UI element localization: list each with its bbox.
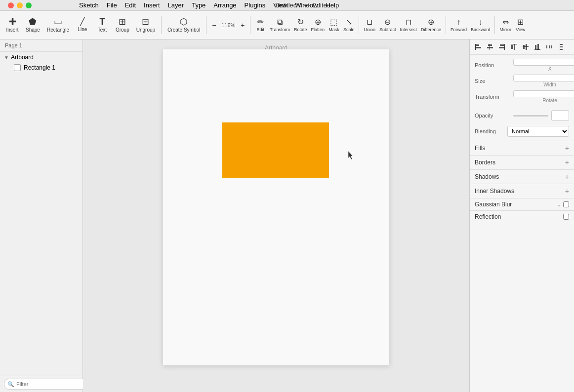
shadows-section-header[interactable]: Shadows + bbox=[470, 169, 574, 184]
transform-row: Transform Rotate ⇔ ⇕ Flip bbox=[475, 90, 569, 103]
insert-button[interactable]: ✚ Insert bbox=[3, 15, 22, 35]
forward-label: Forward bbox=[451, 27, 467, 32]
edit-icon: ✏ bbox=[257, 18, 264, 26]
menu-layer[interactable]: Layer bbox=[164, 1, 188, 9]
menu-edit[interactable]: Edit bbox=[121, 1, 140, 9]
align-middle-v-button[interactable] bbox=[520, 41, 531, 52]
blending-row: Blending Normal bbox=[470, 124, 574, 141]
position-row: Position X Y bbox=[475, 59, 569, 72]
text-button[interactable]: T Text bbox=[93, 15, 112, 35]
intersect-icon: ⊓ bbox=[406, 18, 411, 26]
group-label: Group bbox=[116, 27, 129, 33]
view-icon: ⊞ bbox=[517, 18, 524, 26]
add-border-button[interactable]: + bbox=[565, 158, 569, 166]
canvas-area[interactable]: Artboard bbox=[83, 39, 469, 392]
align-bottom-button[interactable] bbox=[532, 41, 543, 52]
mirror-label: Mirror bbox=[499, 27, 511, 32]
flatten-label: Flatten bbox=[311, 27, 325, 32]
minimize-button[interactable] bbox=[17, 2, 23, 8]
mask-button[interactable]: ⬚ Mask bbox=[327, 16, 341, 34]
line-button[interactable]: ╱ Line bbox=[73, 16, 92, 34]
menu-file[interactable]: File bbox=[103, 1, 121, 9]
union-label: Union bbox=[364, 27, 375, 32]
rotate-field-group: Rotate bbox=[513, 90, 574, 103]
sep-5 bbox=[446, 16, 446, 34]
zoom-in-button[interactable]: + bbox=[238, 19, 247, 31]
ungroup-button[interactable]: ⊟ Ungroup bbox=[133, 15, 158, 35]
group-button[interactable]: ⊞ Group bbox=[113, 15, 132, 35]
gaussian-blur-row: Gaussian Blur ⌄ bbox=[470, 198, 574, 210]
blending-select[interactable]: Normal bbox=[507, 126, 569, 137]
line-label: Line bbox=[78, 27, 87, 32]
shape-button[interactable]: ⬟ Shape bbox=[23, 15, 43, 35]
rectangle-button[interactable]: ▭ Rectangle bbox=[44, 15, 72, 35]
reflection-toggle[interactable] bbox=[563, 214, 569, 220]
layer-thumbnail-icon bbox=[14, 64, 21, 71]
width-input[interactable] bbox=[513, 75, 574, 81]
artboard-layer-group[interactable]: ▼ Artboard bbox=[0, 52, 82, 63]
add-inner-shadow-button[interactable]: + bbox=[565, 187, 569, 195]
forward-icon: ↑ bbox=[456, 18, 460, 26]
scale-button[interactable]: ⤡ Scale bbox=[342, 16, 356, 34]
maximize-button[interactable] bbox=[26, 2, 32, 8]
backward-button[interactable]: ↓ Backward bbox=[469, 16, 492, 34]
svg-rect-17 bbox=[534, 49, 540, 50]
flatten-button[interactable]: ⊕ Flatten bbox=[309, 16, 326, 34]
gaussian-blur-toggle[interactable] bbox=[563, 201, 569, 207]
distribute-h-button[interactable] bbox=[544, 41, 555, 52]
zoom-level[interactable]: 116% bbox=[219, 20, 237, 30]
menu-sketch[interactable]: Sketch bbox=[75, 1, 103, 9]
view-button[interactable]: ⊞ View bbox=[514, 16, 528, 34]
svg-rect-16 bbox=[537, 44, 539, 50]
align-left-button[interactable] bbox=[473, 41, 484, 52]
menu-window[interactable]: Window bbox=[291, 1, 322, 9]
x-input[interactable] bbox=[513, 59, 574, 66]
align-center-h-button[interactable] bbox=[485, 41, 495, 52]
filter-input[interactable] bbox=[4, 379, 89, 390]
transform-button[interactable]: ⧉ Transform bbox=[268, 16, 291, 34]
add-fill-button[interactable]: + bbox=[565, 144, 569, 152]
align-top-button[interactable] bbox=[508, 41, 519, 52]
rectangle-layer-item[interactable]: Rectangle 1 bbox=[0, 63, 82, 73]
opacity-slider[interactable] bbox=[513, 115, 548, 117]
zoom-out-button[interactable]: − bbox=[209, 19, 218, 31]
menu-insert[interactable]: Insert bbox=[140, 1, 164, 9]
inner-shadows-section-header[interactable]: Inner Shadows + bbox=[470, 184, 574, 198]
mask-label: Mask bbox=[328, 27, 339, 32]
borders-section-header[interactable]: Borders + bbox=[470, 155, 574, 169]
intersect-button[interactable]: ⊓ Intersect bbox=[399, 16, 419, 34]
close-button[interactable] bbox=[8, 2, 14, 8]
align-right-button[interactable] bbox=[496, 41, 507, 52]
menu-help[interactable]: Help bbox=[322, 1, 343, 9]
rotate-button[interactable]: ↻ Rotate bbox=[292, 16, 309, 34]
rotate-icon: ↻ bbox=[297, 18, 304, 26]
layer-list: ▼ Artboard Rectangle 1 bbox=[0, 52, 82, 376]
menu-plugins[interactable]: Plugins bbox=[241, 1, 270, 9]
fills-section-header[interactable]: Fills + bbox=[470, 141, 574, 155]
distribute-v-button[interactable] bbox=[556, 41, 567, 52]
menu-type[interactable]: Type bbox=[188, 1, 209, 9]
rectangle-shape[interactable] bbox=[222, 122, 329, 178]
scale-label: Scale bbox=[343, 27, 355, 32]
forward-button[interactable]: ↑ Forward bbox=[449, 16, 468, 34]
svg-rect-8 bbox=[504, 44, 505, 50]
sep-2 bbox=[206, 16, 206, 34]
mirror-button[interactable]: ⇔ Mirror bbox=[498, 16, 513, 34]
menu-view[interactable]: View bbox=[269, 1, 291, 9]
edit-button[interactable]: ✏ Edit bbox=[253, 16, 267, 34]
difference-button[interactable]: ⊕ Difference bbox=[419, 16, 443, 34]
create-symbol-button[interactable]: ⬡ Create Symbol bbox=[164, 15, 203, 35]
scale-icon: ⤡ bbox=[346, 18, 352, 26]
rotate-input[interactable] bbox=[513, 90, 574, 97]
gaussian-blur-expand-icon[interactable]: ⌄ bbox=[557, 202, 561, 207]
svg-rect-15 bbox=[535, 45, 536, 49]
text-icon: T bbox=[99, 17, 105, 26]
svg-rect-1 bbox=[475, 47, 481, 48]
subtract-button[interactable]: ⊖ Subtract bbox=[378, 16, 398, 34]
union-button[interactable]: ⊔ Union bbox=[362, 16, 377, 34]
rectangle-layer-label: Rectangle 1 bbox=[24, 64, 55, 71]
artboard[interactable] bbox=[163, 49, 389, 365]
add-shadow-button[interactable]: + bbox=[565, 173, 569, 181]
opacity-input[interactable] bbox=[551, 110, 569, 121]
menu-arrange[interactable]: Arrange bbox=[209, 1, 240, 9]
